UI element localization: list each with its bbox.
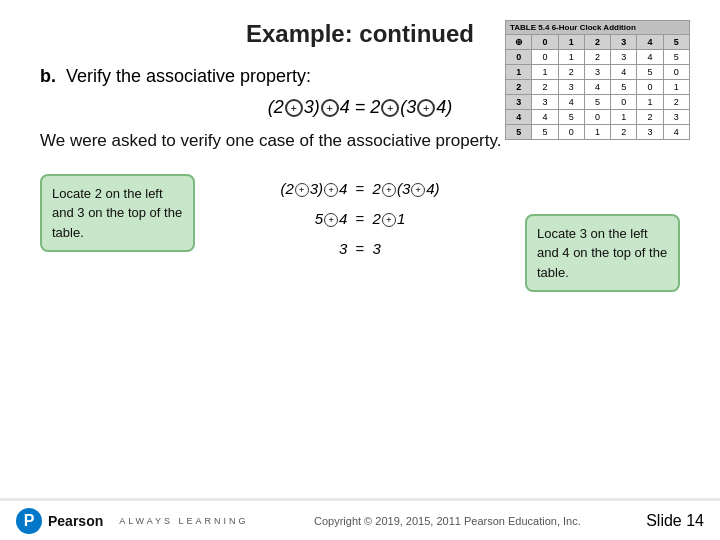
table-cell: 3	[663, 110, 689, 125]
table-cell: 2	[637, 110, 663, 125]
oplus-icon-4	[417, 99, 435, 117]
table-header-oplus: ⊕	[506, 35, 532, 50]
table-cell: 2	[506, 80, 532, 95]
table-cell: 5	[532, 125, 558, 140]
table-cell: 4	[558, 95, 584, 110]
slide-number: Slide 14	[646, 512, 704, 530]
table-cell: 0	[637, 80, 663, 95]
table-cell: 2	[558, 65, 584, 80]
table-cell: 0	[506, 50, 532, 65]
table-cell: 1	[558, 50, 584, 65]
table-cell: 4	[663, 125, 689, 140]
table-cell: 2	[532, 80, 558, 95]
bottom-section: Locate 2 on the left and 3 on the top of…	[40, 174, 680, 293]
table-cell: 0	[532, 50, 558, 65]
table-cell: 4	[637, 50, 663, 65]
table-cell: 2	[611, 125, 637, 140]
table-cell: 5	[663, 50, 689, 65]
table-cell: 4	[506, 110, 532, 125]
table-cell: 3	[506, 95, 532, 110]
table-cell: 5	[584, 95, 610, 110]
oplus-icon-2	[321, 99, 339, 117]
oplus-icon-1	[285, 99, 303, 117]
clock-addition-table: TABLE 5.4 6-Hour Clock Addition ⊕ 0 1 2 …	[505, 20, 690, 140]
always-learning: ALWAYS LEARNING	[119, 516, 248, 526]
formula-line-2: 54 = 21	[315, 204, 405, 234]
table-cell: 1	[506, 65, 532, 80]
clock-table-container: TABLE 5.4 6-Hour Clock Addition ⊕ 0 1 2 …	[505, 20, 690, 140]
table-cell: 1	[663, 80, 689, 95]
table-cell: 3	[637, 125, 663, 140]
table-cell: 0	[663, 65, 689, 80]
callout-right: Locate 3 on the left and 4 on the top of…	[525, 214, 680, 293]
section-b-label: b.	[40, 66, 56, 87]
oplus-sm-4	[411, 183, 425, 197]
pearson-name: Pearson	[48, 513, 103, 529]
verify-text: Verify the associative property:	[66, 66, 311, 87]
table-cell: 4	[532, 110, 558, 125]
table-cell: 4	[584, 80, 610, 95]
table-cell: 4	[611, 65, 637, 80]
slide: Example: continued TABLE 5.4 6-Hour Cloc…	[0, 0, 720, 540]
table-header-2: 2	[584, 35, 610, 50]
pearson-logo: P Pearson ALWAYS LEARNING	[16, 508, 249, 534]
pearson-p-icon: P	[16, 508, 42, 534]
table-cell: 2	[584, 50, 610, 65]
table-cell: 3	[611, 50, 637, 65]
table-cell: 1	[637, 95, 663, 110]
table-cell: 2	[663, 95, 689, 110]
table-cell: 0	[584, 110, 610, 125]
oplus-icon-3	[381, 99, 399, 117]
table-cell: 0	[611, 95, 637, 110]
table-cell: 3	[532, 95, 558, 110]
callout-left: Locate 2 on the left and 3 on the top of…	[40, 174, 195, 253]
table-header-0: 0	[532, 35, 558, 50]
table-cell: 0	[558, 125, 584, 140]
oplus-sm-3	[382, 183, 396, 197]
middle-formulas: (23)4 = 2(34) 54 = 21 3 = 3	[195, 174, 525, 264]
copyright-text: Copyright © 2019, 2015, 2011 Pearson Edu…	[249, 515, 647, 527]
formula-expression: (23)4 = 2(34)	[268, 97, 453, 117]
table-cell: 5	[506, 125, 532, 140]
footer: P Pearson ALWAYS LEARNING Copyright © 20…	[0, 498, 720, 540]
table-header-1: 1	[558, 35, 584, 50]
formula-line-3: 3 = 3	[339, 234, 381, 264]
table-cell: 1	[532, 65, 558, 80]
table-cell: 1	[584, 125, 610, 140]
table-header-4: 4	[637, 35, 663, 50]
table-cell: 5	[611, 80, 637, 95]
table-cell: 3	[558, 80, 584, 95]
formula-line-1: (23)4 = 2(34)	[280, 174, 439, 204]
oplus-sm-2	[324, 183, 338, 197]
table-cell: 3	[584, 65, 610, 80]
oplus-sm-1	[295, 183, 309, 197]
table-cell: 5	[637, 65, 663, 80]
oplus-sm-5	[324, 213, 338, 227]
table-header-3: 3	[611, 35, 637, 50]
table-cell: 1	[611, 110, 637, 125]
table-cell: 5	[558, 110, 584, 125]
table-header-5: 5	[663, 35, 689, 50]
table-caption: TABLE 5.4 6-Hour Clock Addition	[505, 20, 690, 34]
oplus-sm-6	[382, 213, 396, 227]
